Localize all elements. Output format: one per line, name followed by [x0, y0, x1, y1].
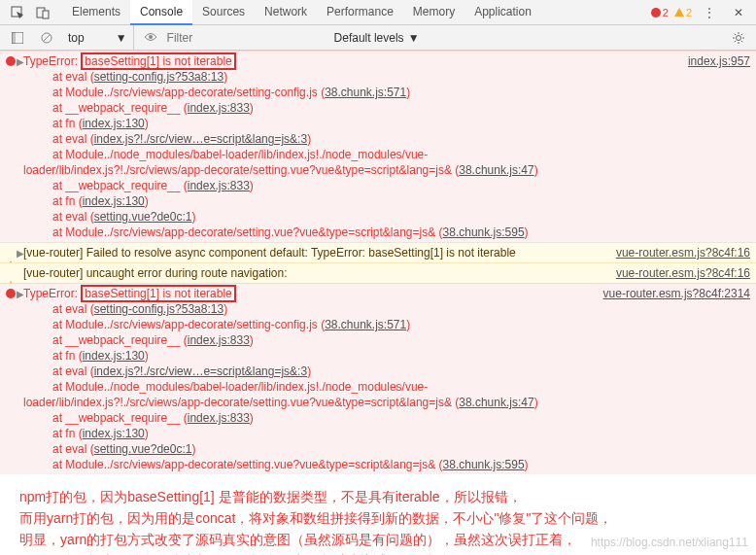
stack-trace: at eval (setting-config.js?53a8:13)at Mo…: [23, 69, 750, 240]
settings-icon[interactable]: [727, 26, 750, 50]
tab-elements[interactable]: Elements: [62, 0, 130, 25]
tab-network[interactable]: Network: [255, 0, 317, 25]
svg-line-6: [43, 34, 51, 42]
source-link[interactable]: setting-config.js?53a8:13: [94, 70, 223, 84]
svg-point-8: [737, 35, 741, 40]
source-link[interactable]: 38.chunk.js:595: [443, 225, 525, 239]
source-link[interactable]: index.js:130: [83, 427, 145, 440]
devtools-tabs: Elements Console Sources Network Perform…: [62, 0, 541, 25]
context-value: top: [68, 31, 102, 45]
sidebar-toggle-icon[interactable]: [6, 26, 29, 50]
highlight-box: baseSetting[1] is not iterable: [81, 52, 235, 70]
warn-text: [vue-router] uncaught error during route…: [23, 266, 288, 280]
source-link[interactable]: setting.vue?de0c:1: [94, 442, 192, 456]
source-link[interactable]: setting.vue?de0c:1: [94, 210, 192, 224]
err-prefix: TypeError:: [23, 287, 78, 300]
tab-performance[interactable]: Performance: [317, 0, 403, 25]
svg-rect-4: [12, 32, 16, 44]
expand-arrow-icon[interactable]: ▶: [17, 54, 24, 70]
console-filterbar: top ▼ Default levels ▼: [0, 25, 756, 51]
source-link[interactable]: index.js:833: [188, 179, 250, 192]
annotation-line: 明显，yarn的打包方式改变了源码真实的意图（虽然源码是有问题的），虽然这次误打…: [19, 529, 737, 550]
source-link[interactable]: index.js:957: [688, 53, 750, 69]
warn-count: 2: [686, 7, 692, 18]
svg-rect-2: [43, 11, 49, 18]
stack-trace: at eval (setting-config.js?53a8:13)at Mo…: [23, 301, 750, 472]
levels-label: Default levels: [334, 31, 404, 45]
device-icon[interactable]: [31, 1, 54, 24]
source-link[interactable]: 38.chunk.js:571: [325, 86, 406, 99]
tab-console[interactable]: Console: [130, 0, 192, 25]
context-selector[interactable]: top ▼: [64, 25, 134, 50]
inspect-icon[interactable]: [6, 1, 29, 24]
console-warn-msg: vue-router.esm.js?8c4f:16 [vue-router] u…: [0, 262, 756, 283]
console-error-msg: ▶ vue-router.esm.js?8c4f:2314 TypeError:…: [0, 283, 756, 474]
filter-input[interactable]: [167, 31, 323, 45]
console-warn-msg: ▶ vue-router.esm.js?8c4f:16 [vue-router]…: [0, 242, 756, 262]
tab-sources[interactable]: Sources: [192, 0, 255, 25]
more-icon[interactable]: ⋮: [698, 1, 721, 24]
chevron-down-icon: ▼: [116, 31, 127, 45]
source-link[interactable]: 38.chunk.js:571: [325, 318, 406, 331]
err-prefix: TypeError:: [23, 54, 78, 68]
highlight-box: baseSetting[1] is not iterable: [81, 285, 235, 302]
svg-point-7: [149, 35, 153, 39]
source-link[interactable]: index.js?!./src/view…e=script&lang=js&:3: [94, 132, 307, 146]
source-link[interactable]: 38.chunk.js:47: [459, 163, 533, 177]
source-link[interactable]: 38.chunk.js:595: [443, 458, 525, 471]
error-text: TypeError: baseSetting[1] is not iterabl…: [23, 285, 236, 302]
source-link[interactable]: setting-config.js?53a8:13: [94, 302, 223, 316]
error-icon: [6, 54, 16, 70]
error-text: TypeError: baseSetting[1] is not iterabl…: [23, 52, 236, 70]
expand-arrow-icon[interactable]: ▶: [17, 287, 24, 302]
devtools-toolbar: Elements Console Sources Network Perform…: [0, 0, 756, 25]
console-error-msg: ▶ index.js:957 TypeError: baseSetting[1]…: [0, 51, 756, 242]
close-icon[interactable]: ✕: [727, 1, 750, 24]
chevron-down-icon: ▼: [408, 31, 420, 45]
warn-icon: [6, 266, 16, 282]
source-link[interactable]: 38.chunk.js:47: [459, 396, 533, 409]
source-link[interactable]: vue-router.esm.js?8c4f:16: [616, 245, 750, 260]
tab-application[interactable]: Application: [464, 0, 541, 25]
clear-console-icon[interactable]: [35, 26, 58, 50]
source-link[interactable]: index.js:130: [83, 349, 145, 363]
error-badge[interactable]: 2: [651, 7, 669, 18]
expand-arrow-icon[interactable]: ▶: [17, 246, 24, 261]
source-link[interactable]: index.js:833: [188, 411, 250, 425]
warn-badge[interactable]: 2: [674, 7, 692, 18]
warn-icon: [6, 246, 16, 261]
source-link[interactable]: index.js:130: [83, 117, 145, 130]
source-link[interactable]: index.js?!./src/view…e=script&lang=js&:3: [94, 364, 307, 378]
annotation-text: npm打的包，因为baseSetting[1] 是普能的数据类型，不是具有ite…: [0, 474, 756, 555]
annotation-line: npm打的包，因为baseSetting[1] 是普能的数据类型，不是具有ite…: [19, 486, 737, 507]
console-output: ▶ index.js:957 TypeError: baseSetting[1]…: [0, 51, 756, 474]
annotation-line: 而用yarn打的包，因为用的是concat，将对象和数组拼接得到新的数据，不小心…: [19, 507, 737, 529]
source-link[interactable]: vue-router.esm.js?8c4f:2314: [603, 286, 750, 301]
tab-memory[interactable]: Memory: [403, 0, 464, 25]
warn-text: [vue-router] Failed to resolve async com…: [23, 246, 516, 260]
toolbar-right: 2 2 ⋮ ✕: [651, 1, 756, 24]
log-levels-select[interactable]: Default levels ▼: [328, 31, 426, 45]
live-expression-icon[interactable]: [140, 31, 161, 45]
source-link[interactable]: index.js:130: [83, 194, 145, 208]
toolbar-left: [0, 1, 54, 24]
error-count: 2: [663, 7, 669, 18]
source-link[interactable]: index.js:833: [188, 333, 250, 347]
annotation-line: 但保不确，将来不会有什么意想不到的问题发生，所以建议试用npm打包。: [19, 550, 737, 555]
source-link[interactable]: vue-router.esm.js?8c4f:16: [616, 265, 750, 281]
source-link[interactable]: index.js:833: [188, 101, 250, 115]
error-icon: [6, 287, 16, 302]
